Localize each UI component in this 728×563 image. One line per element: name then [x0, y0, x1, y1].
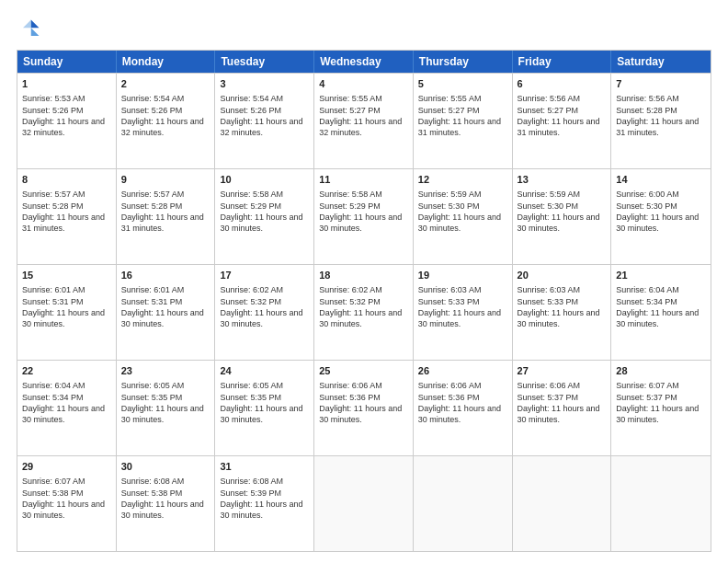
sunset-text: Sunset: 5:30 PM	[418, 201, 507, 212]
sunset-text: Sunset: 5:39 PM	[220, 488, 309, 499]
day-number: 18	[319, 269, 408, 282]
cal-cell-26: 26Sunrise: 6:06 AMSunset: 5:36 PMDayligh…	[414, 361, 513, 455]
daylight-text: Daylight: 11 hours and 30 minutes.	[121, 307, 210, 329]
day-number: 21	[616, 269, 706, 282]
daylight-text: Daylight: 11 hours and 30 minutes.	[616, 403, 706, 425]
sunset-text: Sunset: 5:26 PM	[22, 105, 111, 116]
cal-cell-12: 12Sunrise: 5:59 AMSunset: 5:30 PMDayligh…	[414, 169, 513, 264]
sunrise-text: Sunrise: 5:53 AM	[22, 93, 111, 104]
sunset-text: Sunset: 5:36 PM	[319, 392, 408, 403]
sunset-text: Sunset: 5:38 PM	[121, 488, 210, 499]
day-number: 29	[22, 460, 111, 474]
sunset-text: Sunset: 5:33 PM	[418, 296, 507, 307]
svg-marker-2	[23, 20, 31, 29]
sunrise-text: Sunrise: 5:54 AM	[220, 93, 309, 104]
sunset-text: Sunset: 5:32 PM	[319, 296, 408, 307]
cal-cell-28: 28Sunrise: 6:07 AMSunset: 5:37 PMDayligh…	[611, 361, 711, 455]
calendar-body: 1Sunrise: 5:53 AMSunset: 5:26 PMDaylight…	[17, 73, 711, 551]
logo-icon	[17, 17, 42, 42]
sunrise-text: Sunrise: 6:03 AM	[518, 284, 607, 295]
daylight-text: Daylight: 11 hours and 30 minutes.	[418, 212, 507, 234]
calendar-row-3: 22Sunrise: 6:04 AMSunset: 5:34 PMDayligh…	[17, 360, 711, 455]
header-day-wednesday: Wednesday	[314, 51, 414, 73]
daylight-text: Daylight: 11 hours and 30 minutes.	[121, 499, 210, 521]
day-number: 8	[22, 173, 111, 187]
daylight-text: Daylight: 11 hours and 30 minutes.	[319, 403, 408, 425]
sunrise-text: Sunrise: 5:58 AM	[220, 189, 309, 200]
daylight-text: Daylight: 11 hours and 30 minutes.	[121, 403, 210, 425]
cal-cell-10: 10Sunrise: 5:58 AMSunset: 5:29 PMDayligh…	[215, 169, 314, 264]
cal-cell-9: 9Sunrise: 5:57 AMSunset: 5:28 PMDaylight…	[117, 169, 216, 264]
daylight-text: Daylight: 11 hours and 30 minutes.	[22, 307, 111, 329]
sunrise-text: Sunrise: 6:02 AM	[319, 284, 408, 295]
svg-marker-0	[31, 20, 40, 29]
sunset-text: Sunset: 5:34 PM	[616, 296, 706, 307]
sunrise-text: Sunrise: 5:59 AM	[518, 189, 607, 200]
cal-cell-2: 2Sunrise: 5:54 AMSunset: 5:26 PMDaylight…	[117, 74, 216, 168]
cal-cell-11: 11Sunrise: 5:58 AMSunset: 5:29 PMDayligh…	[314, 169, 414, 264]
cal-cell-27: 27Sunrise: 6:06 AMSunset: 5:37 PMDayligh…	[513, 361, 612, 455]
sunrise-text: Sunrise: 5:57 AM	[22, 189, 111, 200]
header-day-thursday: Thursday	[414, 51, 513, 73]
sunrise-text: Sunrise: 5:55 AM	[319, 93, 408, 104]
daylight-text: Daylight: 11 hours and 30 minutes.	[319, 307, 408, 329]
daylight-text: Daylight: 11 hours and 30 minutes.	[220, 499, 309, 521]
sunrise-text: Sunrise: 6:06 AM	[418, 380, 507, 391]
cal-cell-5: 5Sunrise: 5:55 AMSunset: 5:27 PMDaylight…	[414, 74, 513, 168]
sunset-text: Sunset: 5:27 PM	[518, 105, 607, 116]
daylight-text: Daylight: 11 hours and 32 minutes.	[319, 116, 408, 138]
day-number: 23	[121, 364, 210, 378]
sunset-text: Sunset: 5:37 PM	[616, 392, 706, 403]
day-number: 7	[616, 77, 706, 91]
sunrise-text: Sunrise: 6:04 AM	[616, 284, 706, 295]
cal-cell-14: 14Sunrise: 6:00 AMSunset: 5:30 PMDayligh…	[611, 169, 711, 264]
daylight-text: Daylight: 11 hours and 30 minutes.	[220, 212, 309, 234]
cal-cell-21: 21Sunrise: 6:04 AMSunset: 5:34 PMDayligh…	[611, 265, 711, 360]
day-number: 28	[616, 364, 706, 378]
sunrise-text: Sunrise: 5:56 AM	[518, 93, 607, 104]
sunrise-text: Sunrise: 6:07 AM	[22, 476, 111, 487]
daylight-text: Daylight: 11 hours and 32 minutes.	[22, 116, 111, 138]
daylight-text: Daylight: 11 hours and 31 minutes.	[616, 116, 706, 138]
sunrise-text: Sunrise: 6:00 AM	[616, 189, 706, 200]
sunset-text: Sunset: 5:29 PM	[319, 201, 408, 212]
daylight-text: Daylight: 11 hours and 30 minutes.	[22, 403, 111, 425]
sunrise-text: Sunrise: 6:03 AM	[418, 284, 507, 295]
sunset-text: Sunset: 5:28 PM	[616, 105, 706, 116]
daylight-text: Daylight: 11 hours and 30 minutes.	[418, 307, 507, 329]
daylight-text: Daylight: 11 hours and 30 minutes.	[418, 403, 507, 425]
sunset-text: Sunset: 5:27 PM	[418, 105, 507, 116]
sunrise-text: Sunrise: 5:58 AM	[319, 189, 408, 200]
cal-cell-empty	[611, 456, 711, 551]
daylight-text: Daylight: 11 hours and 31 minutes.	[418, 116, 507, 138]
sunrise-text: Sunrise: 6:08 AM	[220, 476, 309, 487]
day-number: 9	[121, 173, 210, 187]
day-number: 3	[220, 77, 309, 91]
sunrise-text: Sunrise: 6:01 AM	[121, 284, 210, 295]
page: SundayMondayTuesdayWednesdayThursdayFrid…	[0, 0, 728, 563]
sunset-text: Sunset: 5:26 PM	[121, 105, 210, 116]
header-day-saturday: Saturday	[611, 51, 711, 73]
header-day-sunday: Sunday	[17, 51, 117, 73]
logo	[17, 17, 46, 42]
sunset-text: Sunset: 5:31 PM	[22, 296, 111, 307]
sunset-text: Sunset: 5:37 PM	[518, 392, 607, 403]
sunset-text: Sunset: 5:30 PM	[518, 201, 607, 212]
sunrise-text: Sunrise: 6:01 AM	[22, 284, 111, 295]
day-number: 10	[220, 173, 309, 187]
cal-cell-23: 23Sunrise: 6:05 AMSunset: 5:35 PMDayligh…	[117, 361, 216, 455]
day-number: 25	[319, 364, 408, 378]
day-number: 6	[518, 77, 607, 91]
day-number: 30	[121, 460, 210, 474]
sunset-text: Sunset: 5:28 PM	[22, 201, 111, 212]
sunrise-text: Sunrise: 6:05 AM	[220, 380, 309, 391]
calendar-row-4: 29Sunrise: 6:07 AMSunset: 5:38 PMDayligh…	[17, 455, 711, 551]
cal-cell-3: 3Sunrise: 5:54 AMSunset: 5:26 PMDaylight…	[215, 74, 314, 168]
cal-cell-17: 17Sunrise: 6:02 AMSunset: 5:32 PMDayligh…	[215, 265, 314, 360]
sunset-text: Sunset: 5:30 PM	[616, 201, 706, 212]
calendar-row-0: 1Sunrise: 5:53 AMSunset: 5:26 PMDaylight…	[17, 73, 711, 168]
cal-cell-16: 16Sunrise: 6:01 AMSunset: 5:31 PMDayligh…	[117, 265, 216, 360]
day-number: 11	[319, 173, 408, 187]
daylight-text: Daylight: 11 hours and 30 minutes.	[220, 403, 309, 425]
sunrise-text: Sunrise: 6:02 AM	[220, 284, 309, 295]
